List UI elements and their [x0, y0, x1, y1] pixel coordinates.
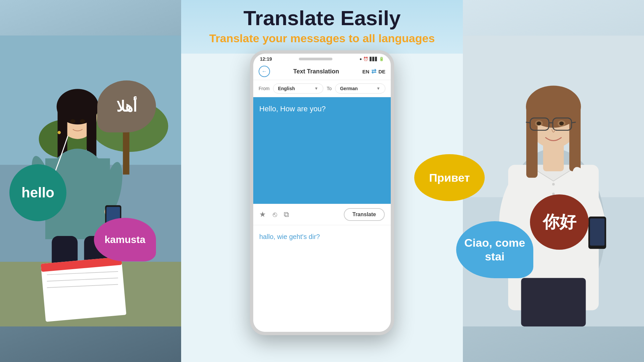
bubble-hello: hello: [9, 164, 66, 221]
translate-button[interactable]: Translate: [344, 208, 385, 221]
lang-to-code: DE: [378, 69, 385, 74]
to-language-value: German: [340, 86, 358, 91]
status-icons: ● ⏰ ▋▋▋ 🔋: [360, 57, 384, 61]
signal-icon: ▋▋▋: [370, 57, 378, 61]
copy-icon[interactable]: ⧉: [284, 210, 289, 219]
svg-point-45: [559, 122, 564, 126]
right-background: [463, 0, 644, 362]
dot-icon: ●: [360, 57, 362, 61]
bubble-kamusta: kamusta: [94, 218, 156, 261]
main-title: Translate Easily: [244, 6, 401, 30]
output-text: hallo, wie geht's dir?: [259, 232, 385, 241]
svg-rect-35: [526, 107, 538, 178]
status-bar: 12:19 ● ⏰ ▋▋▋ 🔋: [253, 54, 391, 63]
bubble-arabic-text: أهلا: [116, 98, 137, 115]
app-title: Text Translation: [293, 68, 339, 75]
alarm-icon: ⏰: [363, 57, 368, 61]
share-icon[interactable]: ⎋: [273, 210, 277, 219]
to-language-select[interactable]: German ▼: [335, 83, 385, 94]
svg-point-44: [537, 122, 541, 126]
svg-rect-49: [590, 219, 604, 246]
right-person-illustration: [463, 0, 644, 362]
svg-point-52: [552, 183, 555, 186]
to-label: To: [327, 86, 332, 91]
from-language-select[interactable]: English ▼: [273, 83, 323, 94]
phone-screen: 12:19 ● ⏰ ▋▋▋ 🔋 ← Text Translation EN ⇄ …: [253, 54, 391, 332]
from-dropdown-arrow: ▼: [314, 86, 318, 91]
lang-switcher[interactable]: EN ⇄ DE: [362, 68, 385, 75]
input-area[interactable]: Hello, How are you?: [253, 97, 391, 204]
back-icon: ←: [262, 68, 267, 74]
output-area: hallo, wie geht's dir?: [253, 225, 391, 332]
action-bar: ★ ⎋ ⧉ Translate: [253, 204, 391, 225]
input-text: Hello, How are you?: [259, 104, 385, 114]
svg-rect-36: [569, 107, 581, 171]
svg-line-41: [572, 122, 576, 123]
bubble-chinese-text: 你好: [543, 211, 576, 233]
status-time: 12:19: [260, 56, 272, 62]
svg-point-25: [70, 119, 75, 123]
to-dropdown-arrow: ▼: [376, 86, 380, 91]
action-icons-group: ★ ⎋ ⧉: [259, 210, 289, 219]
phone-mockup: 12:19 ● ⏰ ▋▋▋ 🔋 ← Text Translation EN ⇄ …: [250, 50, 394, 335]
favorite-icon[interactable]: ★: [259, 210, 266, 219]
bubble-ciao-text1: Ciao, come: [464, 236, 525, 250]
svg-rect-3: [123, 126, 129, 175]
svg-rect-51: [521, 278, 586, 326]
svg-line-40: [526, 122, 530, 123]
battery-icon: 🔋: [379, 57, 384, 61]
bubble-privet-text: Привет: [429, 171, 470, 184]
bubble-chinese: 你好: [530, 194, 589, 250]
back-button[interactable]: ←: [259, 66, 270, 77]
bubble-hello-text: hello: [21, 185, 54, 201]
app-header: ← Text Translation EN ⇄ DE: [253, 63, 391, 80]
sub-title: Translate your messages to all languages: [209, 32, 435, 45]
from-label: From: [259, 86, 270, 91]
bubble-kamusta-text: kamusta: [105, 234, 146, 245]
from-language-value: English: [278, 86, 295, 91]
svg-point-27: [58, 131, 61, 134]
language-selector-row: From English ▼ To German ▼: [253, 80, 391, 97]
bubble-privet: Привет: [414, 154, 485, 201]
bubble-arabic: أهلا: [97, 80, 156, 132]
bubble-ciao: Ciao, come stai: [456, 221, 533, 278]
svg-point-26: [80, 119, 85, 123]
swap-icon[interactable]: ⇄: [371, 68, 376, 75]
bubble-ciao-text2: stai: [485, 250, 505, 263]
notch-bar: [299, 58, 332, 60]
lang-from-code: EN: [362, 69, 369, 74]
